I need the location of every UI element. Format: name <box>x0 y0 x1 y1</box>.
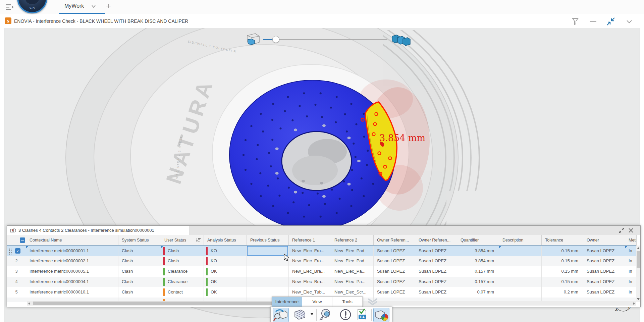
row-selector[interactable]: 5 <box>7 287 26 298</box>
app-title: ENOVIA - Interference Check - BLACK WHEE… <box>14 18 188 24</box>
table-row[interactable]: 5Interference metric00000010.1ClashConta… <box>7 287 637 298</box>
cell-description <box>499 256 542 266</box>
column-header-metric[interactable]: Metri... <box>625 235 637 245</box>
table-row[interactable]: 2Interference metric00000002.1ClashClash… <box>7 256 637 266</box>
column-header-user[interactable]: User Status <box>161 235 204 245</box>
scroll-up-icon[interactable] <box>637 247 640 249</box>
enovia-app-icon: s <box>5 17 11 24</box>
tab-mywork[interactable]: MyWork <box>59 0 105 14</box>
row-selector[interactable]: ✓ <box>7 246 26 256</box>
select-all-header[interactable] <box>7 235 26 245</box>
column-header-owner[interactable]: Owner <box>583 235 625 245</box>
analysis-status-bar <box>206 247 208 255</box>
action-tab-interference[interactable]: Interference <box>272 297 302 307</box>
column-header-ref1[interactable]: Reference 1 <box>289 235 331 245</box>
row-selector[interactable]: 4 <box>7 277 26 287</box>
cell-name: Interference metric00000010.1 <box>26 287 118 298</box>
clash-distance-annotation: 3.854 mm <box>379 133 425 143</box>
interference-check-tool[interactable] <box>273 308 289 322</box>
cell-metric: In <box>625 287 637 298</box>
cell-owner_ref1: Susan LOPEZ <box>374 277 415 287</box>
cell-ref2: New_Elec_Pa... <box>331 266 374 277</box>
clash-compute-tool[interactable] <box>292 308 308 322</box>
cell-quantifier: 3.854 mm <box>457 246 499 256</box>
cell-tolerance: 0.15 mm <box>542 277 583 287</box>
focused-cell-outline[interactable] <box>247 246 288 256</box>
scroll-right-icon[interactable] <box>633 302 635 305</box>
vertical-scroll-thumb[interactable] <box>637 251 640 268</box>
transparency-max-cubes-icon[interactable] <box>391 32 412 46</box>
3dexperience-compass-logo[interactable]: V.R <box>17 0 47 13</box>
cell-owner_ref1: Susan LOPEZ <box>374 287 415 298</box>
row-selector[interactable]: 3 <box>7 266 26 277</box>
row-selector[interactable]: 2 <box>7 256 26 266</box>
collapse-toolbar-icon[interactable] <box>366 298 379 306</box>
app-header: s ENOVIA - Interference Check - BLACK WH… <box>0 14 644 28</box>
vertical-scrollbar[interactable] <box>636 246 640 302</box>
slider-handle[interactable] <box>272 36 279 43</box>
cell-prev <box>247 266 289 277</box>
add-tab-button[interactable]: + <box>106 1 111 11</box>
action-tab-view[interactable]: View <box>302 297 332 307</box>
column-header-label: Reference 2 <box>334 238 357 243</box>
slider-track[interactable] <box>263 39 387 40</box>
column-header-label: Contextual Name <box>30 238 62 243</box>
table-body: ✓Interference metric00000001.1ClashClash… <box>7 246 637 302</box>
column-header-ref2[interactable]: Reference 2 <box>331 235 374 245</box>
warnings-tool[interactable] <box>338 308 354 322</box>
row-drag-handle[interactable] <box>9 248 12 255</box>
select-all-checkbox[interactable] <box>20 237 25 243</box>
cell-ref2: New_Elec_Pad <box>331 256 374 266</box>
cell-description <box>499 266 542 277</box>
transparency-slider <box>239 30 420 47</box>
cell-analysis: KO <box>204 246 247 256</box>
column-header-tolerance[interactable]: Tolerance <box>542 235 583 245</box>
table-row[interactable]: ✓Interference metric00000001.1ClashClash… <box>7 246 637 256</box>
compass-version-label: V.R <box>18 6 46 9</box>
column-header-owner_ref1[interactable]: Owner Referen... <box>374 235 415 245</box>
cell-ref1: New_Elec_Bra... <box>289 277 331 287</box>
close-panel-icon[interactable] <box>628 228 634 233</box>
cell-ref1: New_Elec_Bra... <box>289 266 331 277</box>
results-display-tool[interactable] <box>373 308 389 322</box>
measure-tool[interactable] <box>318 308 334 322</box>
column-header-name[interactable]: Contextual Name <box>26 235 118 245</box>
panel-menu-icon[interactable] <box>5 3 14 11</box>
column-header-analysis[interactable]: Analysis Status <box>204 235 247 245</box>
top-bar: V.R MyWork + <box>0 0 644 14</box>
column-header-prev[interactable]: Previous Status <box>247 235 289 245</box>
scroll-left-icon[interactable] <box>28 302 30 305</box>
action-tab-tools[interactable]: Tools <box>332 297 363 307</box>
cell-user: Clearance <box>161 266 204 277</box>
filter-icon[interactable] <box>571 17 580 26</box>
cell-owner: Susan LOPEZ <box>583 277 625 287</box>
column-header-description[interactable]: Description <box>499 235 542 245</box>
transparency-min-cube-icon[interactable] <box>244 32 261 46</box>
chevron-down-icon[interactable] <box>91 5 96 8</box>
user-status-bar <box>163 288 165 296</box>
results-tab[interactable]: 3 Clashes 4 Contacts 2 Clearances - Inte… <box>7 226 190 235</box>
scroll-down-icon[interactable] <box>637 298 640 300</box>
table-row[interactable]: 4Interference metric00000004.1ClashClear… <box>7 277 637 287</box>
check-analysis-report-tool[interactable]: CA <box>354 308 370 322</box>
cell-text: Clash <box>168 248 179 253</box>
user-status-bar <box>163 257 165 265</box>
row-checkbox[interactable]: ✓ <box>15 248 20 254</box>
clash-results-icon <box>10 228 16 233</box>
column-header-owner_ref2[interactable]: Owner Referen... <box>415 235 457 245</box>
expand-more-icon[interactable] <box>625 17 634 26</box>
svg-text:CA: CA <box>360 315 365 319</box>
table-row[interactable]: 3Interference metric00000005.1ClashClear… <box>7 266 637 277</box>
cell-text: OK <box>211 269 217 274</box>
sort-icon[interactable] <box>196 238 201 243</box>
cell-ref1: New_Elec_Tub... <box>289 287 331 298</box>
dropdown-arrow-icon[interactable] <box>310 313 314 316</box>
minimize-icon[interactable] <box>589 17 597 26</box>
cell-analysis: KO <box>204 256 247 266</box>
column-header-system[interactable]: System Status <box>118 235 161 245</box>
restore-window-icon[interactable] <box>606 17 615 26</box>
expand-panel-icon[interactable] <box>619 228 624 233</box>
row-selector[interactable] <box>7 298 26 302</box>
cell-metric: In <box>625 256 637 266</box>
column-header-quantifier[interactable]: Quantifier <box>457 235 499 245</box>
